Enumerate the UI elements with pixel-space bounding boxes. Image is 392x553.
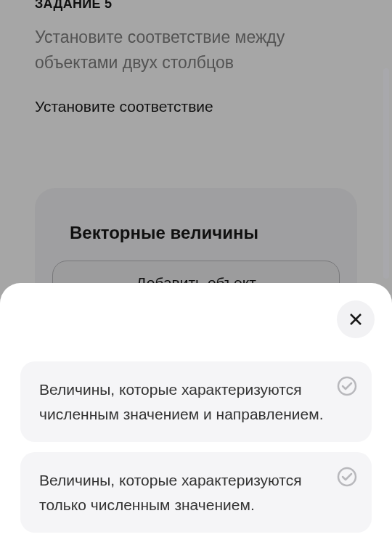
option-text: Величины, которые характеризуются только… [39, 468, 325, 517]
svg-point-2 [338, 377, 356, 395]
close-icon [348, 312, 363, 327]
bottom-sheet: Величины, которые характеризуются числен… [0, 283, 392, 553]
option-text: Величины, которые характеризуются числен… [39, 377, 325, 426]
close-button[interactable] [337, 300, 375, 338]
check-circle-icon [337, 376, 357, 396]
scrollbar[interactable] [383, 68, 389, 279]
check-circle-icon [337, 467, 357, 487]
svg-point-3 [338, 468, 356, 486]
option-item[interactable]: Величины, которые характеризуются числен… [20, 361, 372, 442]
option-item[interactable]: Величины, которые характеризуются только… [20, 452, 372, 533]
options-container: Величины, которые характеризуются числен… [20, 361, 372, 533]
